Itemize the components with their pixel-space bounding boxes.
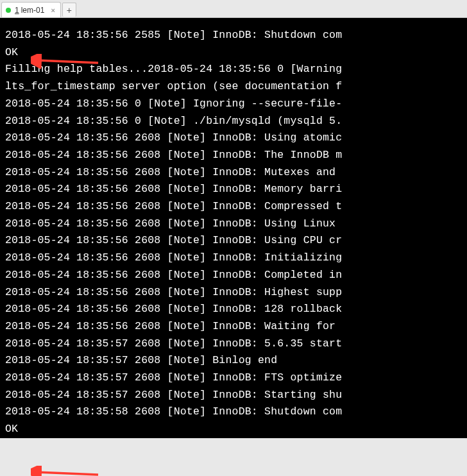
terminal-line: 2018-05-24 18:35:56 2608 [Note] InnoDB: … [5, 181, 467, 198]
terminal-line: 2018-05-24 18:35:58 2608 [Note] InnoDB: … [5, 404, 467, 421]
terminal-line: 2018-05-24 18:35:56 2608 [Note] InnoDB: … [5, 301, 467, 318]
terminal-line: OK [5, 421, 467, 438]
terminal-line: 2018-05-24 18:35:56 2585 [Note] InnoDB: … [5, 27, 467, 44]
terminal-line: 2018-05-24 18:35:56 0 [Note] Ignoring --… [5, 96, 467, 113]
terminal-line: 2018-05-24 18:35:56 2608 [Note] InnoDB: … [5, 164, 467, 182]
terminal-line: 2018-05-24 18:35:57 2608 [Note] Binlog e… [5, 352, 467, 370]
terminal-line: 2018-05-24 18:35:57 2608 [Note] InnoDB: … [5, 336, 467, 353]
terminal-line: 2018-05-24 18:35:56 2608 [Note] InnoDB: … [5, 318, 467, 336]
add-tab-button[interactable]: + [62, 3, 76, 17]
tab-number: 1 [15, 6, 19, 15]
terminal-line: Filling help tables...2018-05-24 18:35:5… [5, 61, 467, 78]
tab-bar: 1 lem-01 × + [0, 0, 467, 18]
plus-icon: + [67, 5, 72, 15]
terminal-line: 2018-05-24 18:35:56 2608 [Note] InnoDB: … [5, 130, 467, 147]
svg-line-3 [37, 472, 98, 475]
terminal-line: 2018-05-24 18:35:56 2608 [Note] InnoDB: … [5, 267, 467, 284]
status-dot-icon [6, 8, 11, 13]
terminal-line: OK [5, 44, 467, 62]
close-icon[interactable]: × [51, 6, 55, 14]
tab-label: lem-01 [21, 6, 45, 15]
terminal-line: 2018-05-24 18:35:56 2608 [Note] InnoDB: … [5, 250, 467, 267]
terminal-line: 2018-05-24 18:35:56 2608 [Note] InnoDB: … [5, 284, 467, 302]
terminal-line: 2018-05-24 18:35:57 2608 [Note] InnoDB: … [5, 387, 467, 404]
terminal-line: 2018-05-24 18:35:56 2608 [Note] InnoDB: … [5, 216, 467, 233]
terminal-line: 2018-05-24 18:35:56 2608 [Note] InnoDB: … [5, 232, 467, 250]
terminal-line: 2018-05-24 18:35:57 2608 [Note] InnoDB: … [5, 370, 467, 387]
terminal-line: 2018-05-24 18:35:56 0 [Note] ./bin/mysql… [5, 113, 467, 130]
tab-session-1[interactable]: 1 lem-01 × [1, 2, 61, 17]
annotation-arrow-2 [31, 466, 101, 476]
terminal-line: 2018-05-24 18:35:56 2608 [Note] InnoDB: … [5, 198, 467, 216]
terminal-line: 2018-05-24 18:35:56 2608 [Note] InnoDB: … [5, 147, 467, 164]
terminal-line: lts_for_timestamp server option (see doc… [5, 78, 467, 96]
terminal-output[interactable]: 2018-05-24 18:35:56 2585 [Note] InnoDB: … [0, 18, 467, 438]
